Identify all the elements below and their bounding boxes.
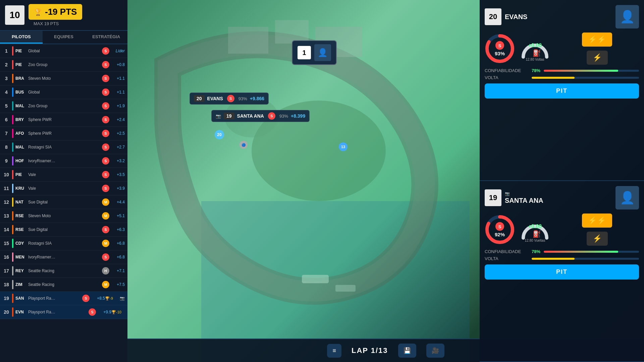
row-gap-11: +3.9 [111,186,125,191]
row-color-1 [12,46,13,56]
tab-pilotos[interactable]: PILOTOS [0,31,43,44]
tab-equipes[interactable]: EQUIPES [43,31,85,44]
santaana-tooltip-num: 19 [224,113,234,119]
driver2-card: 19 📷 SANTA ANA 👤 S 92% [480,181,644,362]
row-pos-2: 2 [3,62,10,67]
race-row-16[interactable]: 16 MEN IvoryRoamer… S +6.8 [0,250,127,264]
row-color-20 [12,307,13,317]
row-color-8 [12,142,13,152]
row-pos-1: 1 [3,48,10,54]
santaana-tooltip-pct: 93% [279,114,288,119]
row-tire-2: S [102,61,109,68]
menu-button[interactable]: ≡ [327,344,341,358]
driver2-name-area: 📷 SANTA ANA [505,191,615,204]
race-row-13[interactable]: 13 RSE Steven Moto M +5.1 [0,209,127,223]
race-row-1[interactable]: 1 PIE Global S Líder [0,44,127,58]
driver2-volta-fill [532,258,575,260]
camera-button[interactable]: 🎥 [426,344,444,358]
race-row-7[interactable]: 7 AFO Sphere PWR S +2.5 [0,127,127,140]
row-team-8: Rostagni SIA [28,145,101,149]
race-row-19[interactable]: 19 SAN Playsport Ra… S +8.5 🏆-9 📷 [0,292,127,305]
race-row-9[interactable]: 9 HOF IvoryRoamer… S +3.2 [0,154,127,168]
evans-tooltip-tire: S [227,95,234,102]
row-gap-9: +3.2 [111,159,125,163]
row-pos-12: 12 [3,199,10,205]
evans-tooltip-name: EVANS [207,96,223,101]
race-row-6[interactable]: 6 BRY Sphere PWR S +2.4 [0,113,127,127]
row-color-9 [12,156,13,166]
row-pos-9: 9 [3,158,10,164]
trophy-icon: 🏆 [34,8,42,16]
row-gap-16: +6.8 [111,255,125,259]
race-row-4[interactable]: 4 BUS Global S +1.1 [0,85,127,99]
tab-estrategia[interactable]: ESTRATÉGIA [85,31,127,44]
row-team-17: Seattle Racing [28,268,101,273]
row-team-10: Vale [28,172,101,177]
row-color-6 [12,115,13,124]
driver2-fuel-center: +0.00 [528,224,542,230]
row-gap-7: +2.5 [111,131,125,136]
row-abbr-3: BRA [15,76,28,81]
row-tire-13: M [102,212,109,220]
race-row-10[interactable]: 10 PIE Vale S +3.5 [0,168,127,182]
pos1-overlay: 1 👤 [292,40,337,65]
driver1-header: 20 EVANS 👤 [485,5,639,28]
row-abbr-4: BUS [15,90,28,95]
row-pos-3: 3 [3,76,10,81]
evans-tooltip-num: 20 [194,95,205,102]
race-row-17[interactable]: 17 REY Seattle Racing H +7.1 [0,264,127,278]
driver2-tire-center: S 92% [495,222,505,237]
driver2-header: 19 📷 SANTA ANA 👤 [485,186,639,209]
race-row-15[interactable]: 15 CDY Rostagni SIA M +6.8 [0,237,127,250]
driver2-avatar-icon: 👤 [620,191,635,205]
driver1-volta-row: VOLTA [485,75,639,80]
race-row-3[interactable]: 3 BRA Steven Moto S +1.1 [0,72,127,85]
row-gap-20: +9.9 [97,310,111,314]
row-tire-1: S [102,47,109,55]
race-row-11[interactable]: 11 KRU Vale S +3.9 [0,182,127,195]
row-abbr-5: MAL [15,104,28,108]
race-row-14[interactable]: 14 RSE Sue Digital S +6.3 [0,223,127,237]
pos1-avatar: 👤 [314,44,331,61]
driver2-volta-label: VOLTA [485,256,528,261]
row-color-12 [12,197,13,207]
driver1-confiabilidade-fill [544,70,618,72]
row-color-5 [12,101,13,111]
driver1-pit-button[interactable]: PIT [485,83,639,99]
driver1-confiabilidade-label: CONFIABILIDADE [485,68,528,73]
tab-buttons: PILOTOS EQUIPES ESTRATÉGIA [0,31,127,44]
row-pos-8: 8 [3,144,10,150]
driver2-camera-icon: 📷 [505,191,615,196]
evans-tooltip-gap: +9.866 [250,96,264,101]
row-pos-20: 20 [3,309,10,315]
row-color-4 [12,87,13,97]
driver2-number: 19 [485,189,501,206]
row-pos-16: 16 [3,254,10,260]
driver2-boost-area: ⚡⚡ ⚡ [555,214,639,246]
driver1-fuel-gauge: ⛽ +0.00 12.80 Voltas [520,34,550,64]
race-row-2[interactable]: 2 PIE Zoo Group S +0.8 [0,58,127,72]
save-button[interactable]: 💾 [398,344,416,358]
row-abbr-16: MEN [15,255,28,259]
driver2-fuel-laps: 12.80 Vueltas [525,239,545,242]
row-pos-6: 6 [3,117,10,122]
score-area: 10 🏆 -19 PTS MAX 19 PTS [0,0,127,31]
row-tire-3: S [102,75,109,82]
row-abbr-8: MAL [15,145,28,149]
race-row-20[interactable]: 20 EVN Playsport Ra… S +9.9 🏆-10 [0,305,127,319]
santaana-tooltip: 📷 19 SANTA ANA S 93% +8.399 [211,110,310,122]
row-team-4: Global [28,90,101,95]
driver1-name: EVANS [505,13,615,21]
row-tire-17: H [102,267,109,275]
driver1-lightning-icon: ⚡ [587,51,608,65]
race-row-18[interactable]: 18 ZIM Seattle Racing M +7.5 [0,278,127,292]
svg-rect-7 [335,285,356,292]
race-row-12[interactable]: 12 NAT Sue Digital M +4.4 [0,195,127,209]
driver2-pit-button[interactable]: PIT [485,264,639,280]
row-tire-11: S [102,185,109,192]
driver2-stats: S 92% ⛽ +0.00 12.80 Vueltas [485,214,639,246]
race-row-8[interactable]: 8 MAL Rostagni SIA S +2.7 [0,140,127,154]
race-row-5[interactable]: 5 MAL Zoo Group S +1.9 [0,99,127,113]
row-tire-16: S [102,253,109,261]
driver1-volta-bar [532,77,639,79]
